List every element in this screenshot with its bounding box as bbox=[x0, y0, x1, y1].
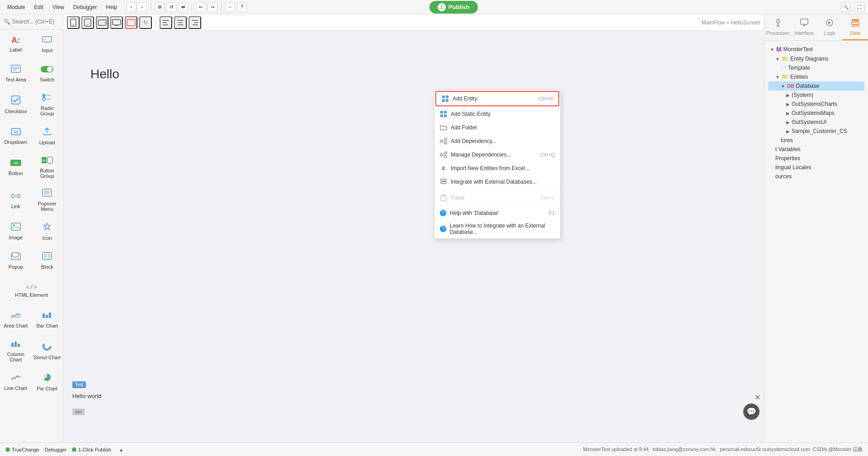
htmlelement-icon: </> bbox=[26, 283, 37, 290]
tree-outsystems-charts[interactable]: ▶ OutSystemsCharts bbox=[768, 100, 864, 109]
widget-label[interactable]: A: Label bbox=[0, 29, 32, 59]
widget-checkbox[interactable]: Checkbox bbox=[0, 88, 32, 121]
upload-icon bbox=[42, 127, 52, 138]
fullscreen-btn[interactable]: ⛶ bbox=[854, 2, 864, 12]
menu-view[interactable]: View bbox=[49, 2, 68, 12]
ctx-learn[interactable]: ? Learn How to Integrate with an Externa… bbox=[434, 219, 560, 238]
status-debugger[interactable]: Debugger bbox=[45, 447, 66, 452]
tree-locales[interactable]: lingual Locales bbox=[768, 163, 864, 172]
widget-input[interactable]: Input bbox=[32, 29, 63, 59]
widget-popup[interactable]: Popup bbox=[0, 246, 32, 276]
widget-block[interactable]: Block bbox=[32, 246, 63, 276]
widget-buttongroup[interactable]: OK Button Group bbox=[32, 151, 63, 184]
status-truechange[interactable]: TrueChange bbox=[5, 447, 39, 452]
widget-icon-item[interactable]: Icon bbox=[32, 217, 63, 246]
widget-htmlelement[interactable]: </> HTML Element bbox=[0, 276, 63, 305]
widget-image[interactable]: Image bbox=[0, 217, 32, 246]
add-folder-icon bbox=[440, 124, 447, 131]
widget-upload[interactable]: Upload bbox=[32, 121, 63, 151]
svg-rect-92 bbox=[852, 25, 859, 27]
tab-data[interactable]: Data bbox=[842, 14, 868, 40]
back-nav[interactable]: ← bbox=[225, 2, 235, 12]
settings-btn[interactable]: ⚙ bbox=[155, 2, 165, 12]
widget-textarea[interactable]: Text Area bbox=[0, 59, 32, 88]
close-panel-btn[interactable]: ✕ bbox=[755, 393, 760, 402]
widget-piechart[interactable]: Pie Chart bbox=[32, 367, 63, 397]
tree-outsystems-maps[interactable]: ▶ OutSystemsMaps bbox=[768, 109, 864, 118]
search-input[interactable] bbox=[12, 19, 63, 25]
ctx-add-entity[interactable]: Add Entity Ctrl+N bbox=[435, 91, 559, 106]
tree-entity-diagrams[interactable]: ▼ 📁 Entity Diagrams bbox=[768, 54, 864, 63]
device-custom[interactable] bbox=[125, 16, 137, 29]
scroll-up-btn[interactable]: ▲ bbox=[117, 445, 126, 454]
tree-database[interactable]: ▼ DB Database bbox=[768, 81, 864, 90]
ctx-integrate-db[interactable]: Integrate with External Databases... bbox=[434, 175, 560, 189]
widget-switch[interactable]: Switch bbox=[32, 59, 63, 88]
svg-rect-65 bbox=[446, 99, 448, 102]
ctx-import-excel[interactable]: X Import New Entities from Excel... bbox=[434, 162, 560, 175]
abc-badge: abc bbox=[72, 408, 85, 415]
tree-system[interactable]: ▶ (System) bbox=[768, 90, 864, 100]
device-desktop[interactable] bbox=[110, 16, 123, 29]
ctx-add-folder-label: Add Folder bbox=[451, 124, 477, 131]
widget-donutchart[interactable]: Donut Chart bbox=[32, 334, 63, 367]
menu-edit[interactable]: Edit bbox=[30, 2, 47, 12]
tree-sources[interactable]: ources bbox=[768, 172, 864, 181]
widget-linechart[interactable]: Line Chart bbox=[0, 367, 32, 397]
undo-btn[interactable]: ↩ bbox=[196, 2, 206, 12]
right-tree-content: ▼ M MonsterTest ▼ 📁 Entity Diagrams 📄 Te… bbox=[764, 41, 868, 442]
tree-ui-chevron: ▶ bbox=[786, 120, 790, 125]
tree-entities[interactable]: ▼ 📁 Entities bbox=[768, 72, 864, 81]
tab-logic[interactable]: Logic bbox=[817, 14, 843, 40]
search-btn[interactable]: 🔍 bbox=[841, 2, 851, 12]
align-left[interactable] bbox=[160, 16, 172, 29]
tab-processes[interactable]: Processes bbox=[764, 14, 791, 40]
tab-interface[interactable]: Interface bbox=[791, 14, 817, 40]
widget-popup-text: Popup bbox=[9, 264, 23, 270]
device-phone[interactable] bbox=[67, 16, 80, 29]
svg-rect-35 bbox=[46, 315, 48, 318]
device-tablet-landscape[interactable] bbox=[96, 16, 108, 29]
device-tablet-portrait[interactable] bbox=[81, 16, 94, 29]
tree-outsystems-ui[interactable]: ▶ OutSystemsUI bbox=[768, 118, 864, 127]
bottom-right-info: MonsterTest uploaded at 9:44 tobias.jian… bbox=[583, 446, 863, 453]
menu-module[interactable]: Module bbox=[4, 2, 28, 12]
widget-barchart[interactable]: Bar Chart bbox=[32, 305, 63, 334]
tree-tures[interactable]: tures bbox=[768, 136, 864, 145]
ctx-add-folder[interactable]: Add Folder bbox=[434, 121, 560, 134]
widget-columnchart[interactable]: Column Chart bbox=[0, 334, 32, 367]
merge-btn[interactable]: ⇄ bbox=[178, 2, 188, 12]
info-btn[interactable]: ? bbox=[237, 2, 247, 12]
responsive-btn[interactable]: ↻ bbox=[139, 16, 152, 29]
status-1click-publish[interactable]: 1-Click Publish bbox=[72, 447, 111, 452]
align-center[interactable] bbox=[174, 16, 187, 29]
nav-forward[interactable]: › bbox=[137, 2, 147, 12]
widget-areachart[interactable]: Area Chart bbox=[0, 305, 32, 334]
chat-btn[interactable]: 💬 bbox=[743, 404, 760, 420]
tree-sample-customer[interactable]: ▶ Sample_Customer_CS bbox=[768, 127, 864, 136]
tree-properties[interactable]: Properties bbox=[768, 154, 864, 163]
canvas-content[interactable]: Hello Test Hello world abc bbox=[63, 31, 764, 442]
menu-debugger[interactable]: Debugger bbox=[70, 2, 101, 12]
menu-help[interactable]: Help bbox=[103, 2, 121, 12]
ctx-add-static-entity[interactable]: Add Static Entity bbox=[434, 107, 560, 121]
widget-button[interactable]: OK Button bbox=[0, 151, 32, 184]
widget-link[interactable]: Link bbox=[0, 184, 32, 217]
widget-radiogroup[interactable]: Radio Group bbox=[32, 88, 63, 121]
ctx-add-dependency[interactable]: Add Dependency... bbox=[434, 134, 560, 148]
widget-dropdown[interactable]: Dropdown bbox=[0, 121, 32, 151]
svg-line-74 bbox=[443, 142, 445, 142]
align-right[interactable] bbox=[189, 16, 201, 29]
publish-button[interactable]: 1 Publish bbox=[429, 1, 478, 14]
ctx-manage-dependencies[interactable]: Manage Dependencies... Ctrl+Q bbox=[434, 148, 560, 162]
tree-variables[interactable]: t Variables bbox=[768, 145, 864, 154]
ctx-paste[interactable]: Paste Ctrl+V bbox=[434, 191, 560, 204]
tree-template[interactable]: 📄 Template bbox=[768, 63, 864, 72]
widget-popovermenu[interactable]: Popover Menu bbox=[32, 184, 63, 217]
debugger-label: Debugger bbox=[45, 447, 66, 452]
refresh-btn[interactable]: ↺ bbox=[166, 2, 176, 12]
nav-back[interactable]: ‹ bbox=[126, 2, 136, 12]
redo-btn[interactable]: ↪ bbox=[208, 2, 217, 12]
tree-monstertest[interactable]: ▼ M MonsterTest bbox=[768, 44, 864, 54]
ctx-help[interactable]: ? Help with 'Database' F1 bbox=[434, 207, 560, 219]
